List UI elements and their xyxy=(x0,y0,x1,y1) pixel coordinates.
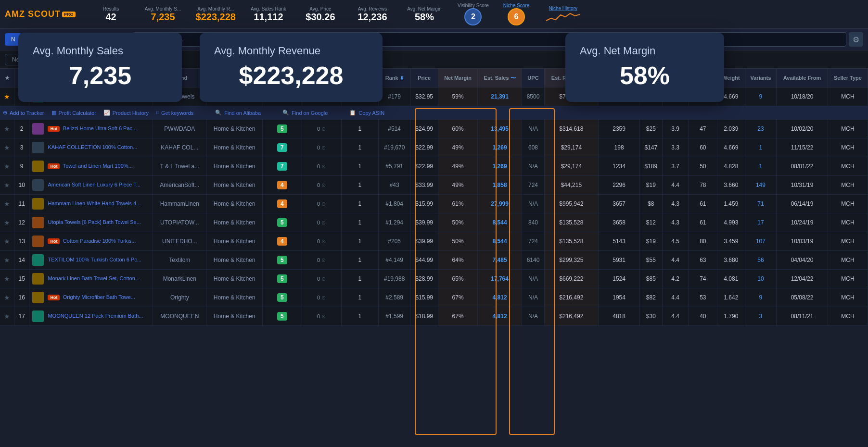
th-rank: Rank ⬇ xyxy=(379,69,410,87)
available-from-cell: 04/04/20 xyxy=(777,251,828,270)
sellers-cell: 1 xyxy=(341,307,379,326)
product-name-link[interactable]: Orighty Microfiber Bath Towe... xyxy=(63,294,135,300)
price-cell: $32.95 xyxy=(410,87,438,106)
type-btn-new[interactable]: New xyxy=(5,54,31,65)
rpr-cell: $82 xyxy=(640,288,662,307)
stat-avg-reviews: Avg. Reviews 12,236 xyxy=(353,6,392,23)
rpr-cell: $150 xyxy=(640,87,662,106)
product-history-btn[interactable]: 📈 Product History xyxy=(103,110,149,116)
star-cell[interactable]: ★ xyxy=(0,195,14,213)
copy-asin-btn[interactable]: 📋 Copy ASIN xyxy=(349,110,384,116)
star-cell[interactable]: ★ xyxy=(0,120,14,138)
price-cell: $15.99 xyxy=(410,288,438,307)
score-pl-badge: 5 xyxy=(277,218,287,227)
product-name-link[interactable]: Monark Linen Bath Towel Set, Cotton... xyxy=(48,275,140,281)
product-image xyxy=(32,236,44,247)
category-cell: Home & Kitchen xyxy=(206,307,263,326)
row-num: 11 xyxy=(14,195,29,213)
score-reselling-value: 0 xyxy=(317,94,320,99)
product-name-link[interactable]: Tens Towels Large Bath Towels, 100... xyxy=(48,93,138,99)
upc-cell: 724 xyxy=(522,176,544,195)
star-cell[interactable]: ★ xyxy=(0,232,14,251)
product-name-link[interactable]: Belizzi Home Ultra Soft 6 Pac... xyxy=(63,125,137,131)
stat-avg-reviews-value: 12,236 xyxy=(357,12,387,23)
product-name-link[interactable]: Hammam Linen White Hand Towels 4... xyxy=(48,200,140,206)
product-name-cell: Tens Towels Large Bath Towels, 100... xyxy=(29,87,153,106)
star-cell[interactable]: ★ xyxy=(0,213,14,232)
rank-cell: #179 xyxy=(379,87,410,106)
reviews-cell: 1524 xyxy=(599,270,640,288)
rank-cell: #19,988 xyxy=(379,270,410,288)
settings-icon[interactable]: ⚙ xyxy=(849,32,863,47)
product-name-link[interactable]: Utopia Towels [6 Pack] Bath Towel Se... xyxy=(48,219,140,225)
star-cell[interactable]: ★ xyxy=(0,307,14,326)
product-name-cell: Utopia Towels [6 Pack] Bath Towel Se... xyxy=(29,213,153,232)
type-btn-products[interactable]: Products xyxy=(33,54,70,65)
copy-asin-icon: 📋 xyxy=(349,110,356,116)
table-row: ★ 13 Hot Cotton Paradise 100% Turkis... … xyxy=(0,232,868,251)
net-margin-cell: 67% xyxy=(438,307,478,326)
star-cell[interactable]: ★ xyxy=(0,157,14,176)
score-reselling-cell: 0 ⊙ xyxy=(302,195,341,213)
product-name-link[interactable]: KAHAF COLLECTION 100% Cotton... xyxy=(48,144,137,150)
add-tracker-btn[interactable]: ⊕ Add to Tracker xyxy=(3,110,44,116)
score-reselling-value: 0 xyxy=(317,313,320,319)
score-pl-cell: 4 xyxy=(262,195,302,213)
star-cell[interactable]: ★ xyxy=(0,138,14,157)
star-cell[interactable]: ★ xyxy=(0,176,14,195)
price-cell: $28.99 xyxy=(410,270,438,288)
find-alibaba-btn[interactable]: 🔍 Find on Alibaba xyxy=(215,110,261,116)
score-pl-cell: 5 xyxy=(262,270,302,288)
net-margin-cell: 65% xyxy=(438,270,478,288)
get-keywords-btn[interactable]: ⌗ Get keywords xyxy=(156,110,193,116)
stat-avg-reviews-label: Avg. Reviews xyxy=(358,6,387,12)
rating-cell: 3.9 xyxy=(662,120,689,138)
brand-cell: TensTowels xyxy=(153,87,206,106)
product-name-link[interactable]: American Soft Linen Luxury 6 Piece T... xyxy=(48,182,140,187)
niche-score-badge: 6 xyxy=(508,8,525,25)
reviews-cell: 4818 xyxy=(599,307,640,326)
category-cell: Home & Kitchen xyxy=(206,251,263,270)
star-cell[interactable]: ★ xyxy=(0,87,14,106)
star-cell[interactable]: ★ xyxy=(0,288,14,307)
category-cell: Home & Kitchen xyxy=(206,232,263,251)
star-cell[interactable]: ★ xyxy=(0,251,14,270)
category-cell: Home & Kitchen xyxy=(206,138,263,157)
product-name-cell: Hot Orighty Microfiber Bath Towe... xyxy=(29,288,153,307)
upc-cell: 6140 xyxy=(522,251,544,270)
sellers-cell: 1 xyxy=(341,138,379,157)
est-revenue-cell: $135,528 xyxy=(544,232,598,251)
product-name-link[interactable]: Towel and Linen Mart 100%... xyxy=(63,163,133,169)
rating-cell: 4.4 xyxy=(662,307,689,326)
visibility-score-badge: 2 xyxy=(464,8,482,25)
product-name-link[interactable]: MOONQUEEN 12 Pack Premium Bath... xyxy=(48,313,143,319)
est-revenue-cell: $29,174 xyxy=(544,157,598,176)
nav-btn-n[interactable]: N xyxy=(5,33,22,46)
est-sales-cell: 1,269 xyxy=(477,157,522,176)
product-name-link[interactable]: Cotton Paradise 100% Turkis... xyxy=(63,238,136,244)
find-google-btn[interactable]: 🔍 Find on Google xyxy=(282,110,328,116)
score-reselling-icon: ⊙ xyxy=(321,220,326,225)
brand-cell: KAHAF COL... xyxy=(153,138,206,157)
nav-btn-re[interactable]: RE xyxy=(24,33,45,46)
brand-cell: AmericanSoft... xyxy=(153,176,206,195)
brand-cell: MOONQUEEN xyxy=(153,307,206,326)
weight-cell: 4.669 xyxy=(717,87,745,106)
profit-calc-btn[interactable]: ▦ Profit Calculator xyxy=(51,110,96,116)
price-cell: $44.99 xyxy=(410,251,438,270)
search-input[interactable] xyxy=(132,32,846,47)
net-margin-cell: 49% xyxy=(438,138,478,157)
alibaba-button[interactable]: Alibaba xyxy=(96,34,130,45)
available-from-cell: 08/11/21 xyxy=(777,307,828,326)
sellers-cell: 1 xyxy=(341,157,379,176)
reviews-cell: 198 xyxy=(599,138,640,157)
star-cell[interactable]: ★ xyxy=(0,270,14,288)
product-name-link[interactable]: TEXTILOM 100% Turkish Cotton 6 Pc... xyxy=(48,257,141,262)
score-reselling-icon: ⊙ xyxy=(321,238,326,244)
score-reselling-icon: ⊙ xyxy=(321,94,326,99)
product-image xyxy=(32,310,44,322)
brand-cell: Textilom xyxy=(153,251,206,270)
score-pl-badge: 7 xyxy=(277,162,287,171)
google-icon: 🔍 xyxy=(282,110,289,116)
nav-dropdown-learning[interactable]: LEARNING ▾ xyxy=(47,33,93,46)
